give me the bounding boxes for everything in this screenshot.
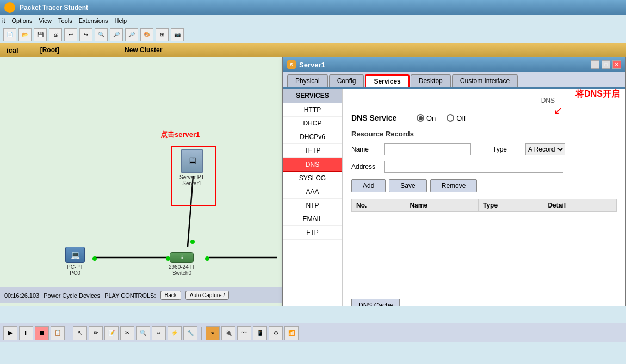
service-tftp[interactable]: TFTP: [283, 144, 342, 158]
tab-physical[interactable]: Physical: [287, 74, 328, 87]
service-ftp[interactable]: FTP: [283, 226, 342, 240]
service-http[interactable]: HTTP: [283, 103, 342, 117]
resize-btn[interactable]: ↔: [152, 326, 166, 340]
connection-dot-switch-left: [166, 256, 170, 261]
maximize-button[interactable]: □: [602, 60, 610, 69]
service-syslog[interactable]: SYSLOG: [283, 172, 342, 185]
dns-panel: 将DNS开启 DNS ↙ DNS Service On: [343, 89, 625, 306]
app-logo: [4, 2, 15, 13]
name-input[interactable]: [384, 143, 471, 155]
phone-btn[interactable]: 📱: [253, 326, 267, 340]
logical-label: ical: [7, 46, 18, 54]
pc-label-2: PC0: [70, 270, 80, 276]
switch-label-2: Switch0: [172, 270, 191, 276]
new-btn[interactable]: 📄: [3, 28, 16, 41]
services-list: SERVICES HTTP DHCP DHCPv6 TFTP DNS SYSLO…: [283, 89, 343, 306]
server1-device[interactable]: 🖥 Server-PT Server1: [179, 149, 204, 186]
stop-btn[interactable]: ⏹: [35, 326, 49, 340]
undo-btn[interactable]: ↩: [64, 28, 77, 41]
tab-services[interactable]: Services: [365, 74, 409, 87]
dns-annotation-text: 将DNS开启: [575, 89, 620, 100]
service-dhcpv6[interactable]: DHCPv6: [283, 130, 342, 144]
server-label-2: Server1: [182, 180, 201, 186]
play-btn[interactable]: ▶: [3, 326, 17, 340]
col-type: Type: [478, 199, 543, 212]
play-controls-label: PLAY CONTROLS:: [104, 292, 156, 299]
move-btn[interactable]: ✏: [89, 326, 103, 340]
services-header: SERVICES: [283, 89, 342, 103]
camera-btn[interactable]: 📷: [171, 28, 184, 41]
pc-label-1: PC-PT: [67, 264, 83, 270]
address-input[interactable]: [384, 161, 563, 173]
inspect-btn[interactable]: 🔍: [136, 326, 150, 340]
radio-on-btn[interactable]: [417, 114, 424, 122]
server-icon: 🖥: [181, 149, 203, 173]
menu-it[interactable]: it: [2, 17, 5, 24]
select-btn[interactable]: ↖: [73, 326, 87, 340]
menu-help[interactable]: Help: [115, 17, 127, 24]
workspace: 点击server1 🖥 Server-PT Server1 ⠿ 2960-24T…: [0, 57, 626, 306]
open-btn[interactable]: 📂: [18, 28, 32, 41]
dialog-content: SERVICES HTTP DHCP DHCPv6 TFTP DNS SYSLO…: [283, 89, 625, 306]
zoom-in-btn[interactable]: 🔍: [95, 28, 108, 41]
event-btn[interactable]: 📋: [51, 326, 65, 340]
power-btn[interactable]: ⚡: [168, 326, 182, 340]
search-btn[interactable]: 🔎: [125, 28, 138, 41]
type-select[interactable]: A Record CNAME MX: [525, 143, 565, 155]
add-button[interactable]: Add: [351, 179, 386, 192]
service-dns[interactable]: DNS: [283, 158, 342, 172]
service-dhcp[interactable]: DHCP: [283, 117, 342, 130]
connection-dot-server: [190, 240, 195, 244]
pause-btn[interactable]: ⏸: [19, 326, 33, 340]
menu-options[interactable]: Options: [12, 17, 33, 24]
note-btn[interactable]: 📝: [104, 326, 119, 340]
save-btn[interactable]: 💾: [34, 28, 47, 41]
radio-on[interactable]: On: [417, 114, 436, 122]
pc0-device[interactable]: 💻 PC-PT PC0: [65, 247, 85, 276]
close-button[interactable]: ✕: [612, 60, 621, 69]
type-label: Type: [493, 146, 520, 153]
tab-desktop[interactable]: Desktop: [411, 74, 451, 87]
dns-records-table: No. Name Type Detail: [351, 199, 617, 212]
zoom-out-btn[interactable]: 🔎: [110, 28, 123, 41]
wireless-btn[interactable]: 📶: [284, 326, 299, 340]
service-aaa[interactable]: AAA: [283, 185, 342, 199]
menu-tools[interactable]: Tools: [58, 17, 72, 24]
name-label: Name: [351, 146, 379, 153]
back-button[interactable]: Back: [160, 291, 181, 300]
dns-action-buttons: Add Save Remove: [351, 179, 617, 192]
connection-dot-pc: [92, 256, 97, 261]
delete-btn[interactable]: ✂: [120, 326, 134, 340]
auto-capture-button[interactable]: Auto Capture /: [185, 291, 229, 300]
save-button[interactable]: Save: [389, 179, 426, 192]
menu-view[interactable]: View: [39, 17, 52, 24]
tab-config[interactable]: Config: [329, 74, 364, 87]
name-row: Name Type A Record CNAME MX: [351, 143, 617, 155]
palette-btn[interactable]: 🎨: [140, 28, 153, 41]
dns-cache-button[interactable]: DNS Cache: [351, 299, 400, 306]
remove-button[interactable]: Remove: [430, 179, 478, 192]
app-title: Packet Tracer Student: [20, 4, 88, 11]
cable-btn[interactable]: ⌁: [206, 326, 220, 340]
cross-cable-btn[interactable]: 🔌: [221, 326, 235, 340]
minimize-button[interactable]: —: [591, 60, 599, 69]
menu-extensions[interactable]: Extensions: [79, 17, 108, 24]
bottom-toolbar: ▶ ⏸ ⏹ 📋 ↖ ✏ 📝 ✂ 🔍 ↔ ⚡ 🔧 ⌁ 🔌 〰 📱 ⚙ 📶: [0, 323, 626, 342]
service-ntp[interactable]: NTP: [283, 199, 342, 212]
radio-off[interactable]: Off: [447, 114, 466, 122]
col-name: Name: [405, 199, 479, 212]
tab-custom-interface[interactable]: Custom Interface: [452, 74, 518, 87]
click-server-annotation: 点击server1: [160, 130, 200, 140]
radio-off-label: Off: [456, 114, 466, 122]
radio-off-btn[interactable]: [447, 114, 454, 122]
print-btn[interactable]: 🖨: [49, 28, 62, 41]
serial-btn[interactable]: ⚙: [269, 326, 283, 340]
custom-btn[interactable]: 🔧: [183, 326, 197, 340]
switch0-device[interactable]: ⠿ 2960-24TT Switch0: [169, 252, 195, 276]
nav-bar: ical [Root] New Cluster: [0, 43, 626, 57]
redo-btn[interactable]: ↪: [79, 28, 92, 41]
service-email[interactable]: EMAIL: [283, 212, 342, 226]
fiber-btn[interactable]: 〰: [237, 326, 251, 340]
dialog-title-bar: S Server1 — □ ✕: [283, 57, 625, 72]
grid-btn[interactable]: ⊞: [156, 28, 169, 41]
